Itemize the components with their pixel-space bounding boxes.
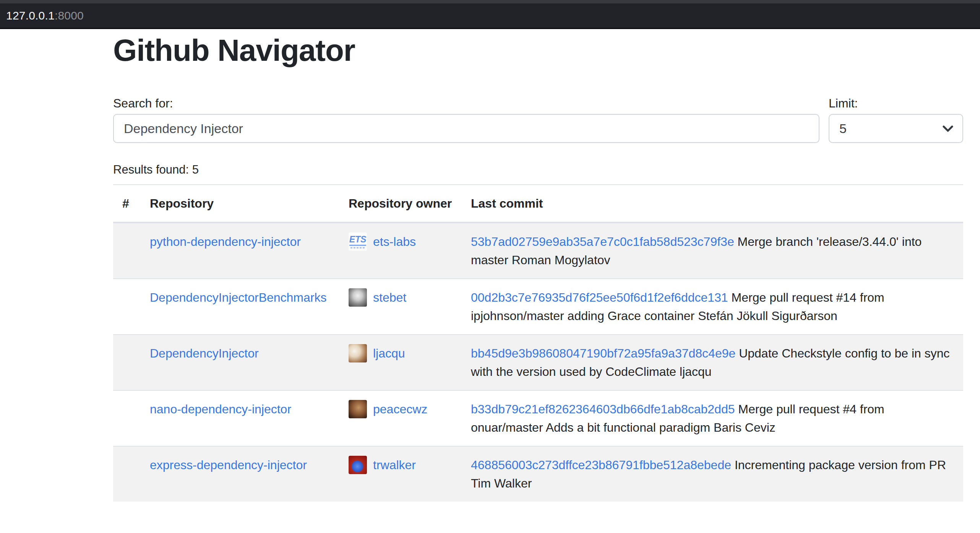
last-commit-cell: 00d2b3c7e76935d76f25ee50f6d1f2ef6ddce131… (462, 279, 963, 335)
owner-wrap: stebet (349, 288, 453, 307)
row-index-cell (113, 223, 141, 279)
repository-cell: express-dependency-injector (141, 446, 339, 502)
page-body: Github Navigator Search for: Limit: 5 Re… (0, 29, 980, 502)
header-repository: Repository (141, 185, 339, 223)
avatar-stebet (349, 288, 367, 307)
repository-cell: nano-dependency-injector (141, 390, 339, 446)
commit-hash-link[interactable]: b33db79c21ef8262364603db66dfe1ab8cab2dd5 (471, 402, 735, 416)
commit-hash-link[interactable]: bb45d9e3b98608047190bf72a95fa9a37d8c4e9e (471, 346, 735, 360)
row-index-cell (113, 446, 141, 502)
url-port: :8000 (55, 9, 84, 22)
repository-cell: DependencyInjector (141, 335, 339, 390)
browser-tab-strip (0, 0, 980, 3)
repository-link[interactable]: DependencyInjector (150, 346, 259, 360)
avatar-ljacqu (349, 344, 367, 362)
owner-link[interactable]: peacecwz (373, 400, 427, 418)
table-head: # Repository Repository owner Last commi… (113, 185, 963, 223)
owner-cell: peacecwz (339, 390, 462, 446)
owner-link[interactable]: stebet (373, 288, 406, 307)
owner-link[interactable]: ljacqu (373, 344, 405, 362)
limit-select-wrap: 5 (829, 114, 963, 143)
limit-column: Limit: 5 (829, 94, 963, 143)
url-text: 127.0.0.1:8000 (6, 3, 84, 28)
row-index-cell (113, 335, 141, 390)
table-row: express-dependency-injector trwalker 468… (113, 446, 963, 502)
table-header-row: # Repository Repository owner Last commi… (113, 185, 963, 223)
commit-hash-link[interactable]: 468856003c273dffce23b86791fbbe512a8ebede (471, 458, 731, 472)
owner-cell: ljacqu (339, 335, 462, 390)
search-controls: Search for: Limit: 5 (113, 94, 963, 143)
owner-cell: stebet (339, 279, 462, 335)
ets-logo-text: ETS (349, 235, 367, 246)
page-title: Github Navigator (113, 34, 963, 67)
owner-link[interactable]: ets-labs (373, 232, 416, 251)
owner-wrap: ljacqu (349, 344, 453, 362)
last-commit-cell: 468856003c273dffce23b86791fbbe512a8ebede… (462, 446, 963, 502)
owner-link[interactable]: trwalker (373, 456, 416, 474)
results-table: # Repository Repository owner Last commi… (113, 184, 963, 502)
avatar-peacecwz (349, 400, 367, 418)
owner-wrap: peacecwz (349, 400, 453, 418)
owner-cell: trwalker (339, 446, 462, 502)
commit-hash-link[interactable]: 53b7ad02759e9ab35a7e7c0c1fab58d523c79f3e (471, 235, 734, 249)
search-column: Search for: (113, 94, 819, 143)
owner-wrap: trwalker (349, 456, 453, 474)
header-last-commit: Last commit (462, 185, 963, 223)
ets-logo-subtext (350, 247, 365, 249)
limit-select[interactable]: 5 (829, 114, 963, 143)
table-row: DependencyInjector ljacqu bb45d9e3b98608… (113, 335, 963, 390)
table-row: nano-dependency-injector peacecwz b33db7… (113, 390, 963, 446)
header-repository-owner: Repository owner (339, 185, 462, 223)
repository-cell: DependencyInjectorBenchmarks (141, 279, 339, 335)
last-commit-cell: 53b7ad02759e9ab35a7e7c0c1fab58d523c79f3e… (462, 223, 963, 279)
last-commit-cell: b33db79c21ef8262364603db66dfe1ab8cab2dd5… (462, 390, 963, 446)
owner-cell: ETS ets-labs (339, 223, 462, 279)
repository-cell: python-dependency-injector (141, 223, 339, 279)
avatar-trwalker (349, 456, 367, 474)
table-row: python-dependency-injector ETS ets-labs … (113, 223, 963, 279)
repository-link[interactable]: DependencyInjectorBenchmarks (150, 291, 326, 304)
results-count: Results found: 5 (113, 161, 963, 179)
header-index: # (113, 185, 141, 223)
browser-address-bar[interactable]: 127.0.0.1:8000 (0, 0, 980, 29)
avatar-ets-labs: ETS (349, 232, 367, 251)
repository-link[interactable]: express-dependency-injector (150, 458, 307, 472)
last-commit-cell: bb45d9e3b98608047190bf72a95fa9a37d8c4e9e… (462, 335, 963, 390)
table-body: python-dependency-injector ETS ets-labs … (113, 223, 963, 502)
content-container: Github Navigator Search for: Limit: 5 Re… (113, 34, 963, 502)
repository-link[interactable]: python-dependency-injector (150, 235, 301, 249)
limit-label: Limit: (829, 94, 963, 112)
row-index-cell (113, 279, 141, 335)
owner-wrap: ETS ets-labs (349, 232, 453, 251)
search-input[interactable] (113, 114, 819, 143)
row-index-cell (113, 390, 141, 446)
url-host: 127.0.0.1 (6, 9, 55, 22)
search-label: Search for: (113, 94, 819, 112)
repository-link[interactable]: nano-dependency-injector (150, 402, 291, 416)
commit-hash-link[interactable]: 00d2b3c7e76935d76f25ee50f6d1f2ef6ddce131 (471, 291, 728, 304)
table-row: DependencyInjectorBenchmarks stebet 00d2… (113, 279, 963, 335)
